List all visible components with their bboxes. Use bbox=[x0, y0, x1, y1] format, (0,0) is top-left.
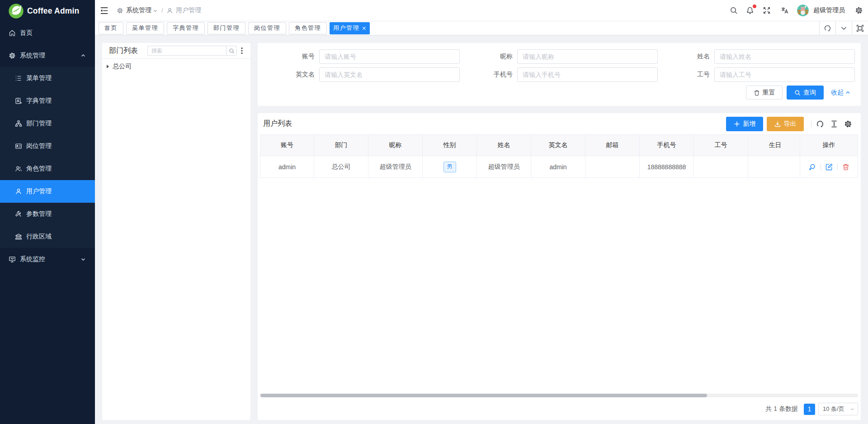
column-header-account[interactable]: 账号 bbox=[260, 134, 314, 156]
department-search-button[interactable] bbox=[226, 46, 237, 56]
sidebar-item-system-management[interactable]: 系统管理 bbox=[0, 44, 95, 67]
query-button[interactable]: 查询 bbox=[787, 86, 824, 100]
tab-home[interactable]: 首页 bbox=[99, 22, 123, 34]
search-icon[interactable] bbox=[730, 6, 738, 14]
english-name-input[interactable] bbox=[319, 67, 460, 82]
caret-right-icon[interactable] bbox=[107, 65, 109, 68]
chevron-down-icon bbox=[840, 24, 848, 32]
column-header-gender[interactable]: 性别 bbox=[423, 134, 477, 156]
tab-post-management[interactable]: 岗位管理 bbox=[248, 22, 286, 34]
column-header-phone[interactable]: 手机号 bbox=[640, 134, 694, 156]
cell-operations bbox=[800, 156, 858, 178]
column-header-email[interactable]: 邮箱 bbox=[585, 134, 640, 156]
delete-icon[interactable] bbox=[842, 163, 849, 171]
chevron-up-icon bbox=[80, 53, 86, 58]
column-header-english-name[interactable]: 英文名 bbox=[531, 134, 585, 156]
trash-icon bbox=[754, 90, 760, 96]
export-button[interactable]: 导出 bbox=[767, 117, 804, 131]
breadcrumb-parent[interactable]: 系统管理 bbox=[126, 6, 151, 14]
tab-user-management[interactable]: 用户管理 bbox=[330, 22, 370, 34]
sidebar-item-parameter-management[interactable]: 参数管理 bbox=[0, 203, 95, 225]
cell-nickname: 超级管理员 bbox=[368, 156, 423, 178]
list-icon bbox=[15, 75, 22, 82]
column-header-operations[interactable]: 操作 bbox=[800, 134, 858, 156]
sidebar-item-administrative-region[interactable]: 行政区域 bbox=[0, 225, 95, 248]
translate-icon[interactable] bbox=[781, 6, 789, 14]
kebab-menu-icon[interactable] bbox=[240, 47, 244, 54]
reset-button[interactable]: 重置 bbox=[746, 86, 783, 100]
cell-name: 超级管理员 bbox=[477, 156, 531, 178]
sidebar-item-role-management[interactable]: 角色管理 bbox=[0, 157, 95, 180]
maximize-icon bbox=[856, 24, 864, 32]
tab-actions-dropdown[interactable] bbox=[835, 21, 852, 35]
department-search-group bbox=[147, 46, 237, 56]
sidebar-item-department-management[interactable]: 部门管理 bbox=[0, 112, 95, 135]
user-icon bbox=[15, 188, 22, 195]
search-icon bbox=[794, 90, 801, 96]
notifications-button[interactable] bbox=[746, 6, 754, 14]
sidebar-item-post-management[interactable]: 岗位管理 bbox=[0, 135, 95, 157]
add-button[interactable]: 新增 bbox=[726, 117, 763, 131]
gear-icon[interactable] bbox=[844, 120, 852, 128]
tab-role-management[interactable]: 角色管理 bbox=[289, 22, 327, 34]
horizontal-scrollbar[interactable] bbox=[260, 394, 858, 397]
collapse-form-link[interactable]: 收起 bbox=[831, 89, 850, 97]
cell-department: 总公司 bbox=[314, 156, 368, 178]
department-tree: 总公司 bbox=[102, 59, 250, 73]
phone-input[interactable] bbox=[517, 67, 658, 82]
operations-column: 操作 bbox=[800, 134, 858, 178]
action-divider bbox=[821, 164, 821, 170]
refresh-icon[interactable] bbox=[816, 120, 824, 128]
cell-email bbox=[585, 156, 640, 178]
page-size-select[interactable]: 10 条/页 bbox=[818, 403, 858, 415]
tab-department-management[interactable]: 部门管理 bbox=[208, 22, 245, 34]
content-area: 部门列表 总公司 bbox=[95, 35, 868, 424]
sidebar-item-dictionary-management[interactable]: 字典管理 bbox=[0, 90, 95, 112]
tab-dictionary-management[interactable]: 字典管理 bbox=[167, 22, 205, 34]
refresh-icon bbox=[824, 24, 831, 32]
name-input[interactable] bbox=[714, 49, 855, 64]
column-header-job-number[interactable]: 工号 bbox=[694, 134, 748, 156]
search-row-1: 账号 昵称 姓名 bbox=[258, 49, 854, 64]
page-button-1[interactable]: 1 bbox=[804, 404, 815, 415]
app-logo: Coffee Admin bbox=[0, 0, 95, 22]
cell-job-number bbox=[694, 156, 748, 178]
scrollbar-thumb[interactable] bbox=[260, 394, 707, 397]
cell-phone: 18888888888 bbox=[640, 156, 694, 178]
sidebar-item-menu-management[interactable]: 菜单管理 bbox=[0, 67, 95, 90]
settings-icon[interactable] bbox=[855, 6, 863, 14]
action-divider bbox=[837, 164, 838, 170]
maximize-content-button[interactable] bbox=[852, 21, 868, 35]
column-header-nickname[interactable]: 昵称 bbox=[368, 134, 423, 156]
sidebar-item-system-monitoring[interactable]: 系统监控 bbox=[0, 248, 95, 271]
department-search-input[interactable] bbox=[147, 46, 226, 56]
column-header-birthday[interactable]: 生日 bbox=[748, 134, 802, 156]
top-bar-left: 系统管理 / 用户管理 bbox=[100, 6, 201, 14]
view-icon[interactable] bbox=[809, 163, 816, 171]
account-input[interactable] bbox=[319, 49, 460, 64]
column-header-name[interactable]: 姓名 bbox=[477, 134, 531, 156]
job-number-input[interactable] bbox=[714, 67, 855, 82]
fullscreen-icon[interactable] bbox=[763, 6, 771, 14]
table-row[interactable]: admin 总公司 超级管理员 男 超级管理员 admin 1888888888… bbox=[260, 156, 858, 178]
avatar[interactable] bbox=[797, 5, 809, 16]
gender-tag: 男 bbox=[443, 162, 456, 172]
close-icon[interactable] bbox=[362, 26, 366, 30]
department-panel-header: 部门列表 bbox=[102, 43, 250, 59]
right-column: 账号 昵称 姓名 英文名 bbox=[258, 43, 861, 420]
tab-menu-management[interactable]: 菜单管理 bbox=[126, 22, 164, 34]
sidebar-item-home[interactable]: 首页 bbox=[0, 22, 95, 44]
row-height-icon[interactable] bbox=[830, 120, 838, 128]
dictionary-icon bbox=[15, 97, 22, 105]
sidebar-submenu-system: 菜单管理 字典管理 部门管理 岗位管理 角色管理 用户管理 bbox=[0, 67, 95, 248]
user-table-title: 用户列表 bbox=[263, 119, 292, 129]
nickname-input[interactable] bbox=[517, 49, 658, 64]
edit-icon[interactable] bbox=[826, 163, 833, 171]
user-name[interactable]: 超级管理员 bbox=[813, 6, 845, 14]
tree-node-company[interactable]: 总公司 bbox=[107, 60, 250, 73]
refresh-page-button[interactable] bbox=[819, 21, 835, 35]
sidebar-item-user-management[interactable]: 用户管理 bbox=[0, 180, 95, 203]
column-header-department[interactable]: 部门 bbox=[314, 134, 368, 156]
collapse-sidebar-icon[interactable] bbox=[100, 7, 108, 14]
roles-icon bbox=[15, 165, 22, 172]
